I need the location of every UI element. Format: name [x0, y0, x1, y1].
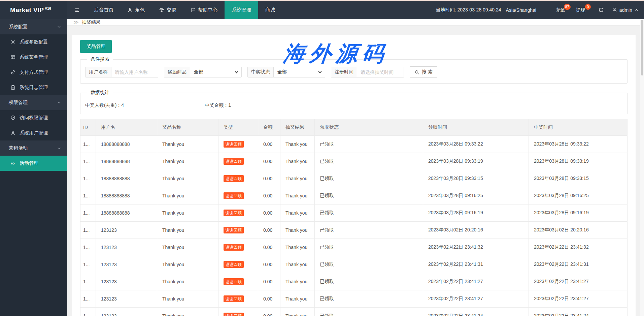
cell-win_time: 2023年03月28日 09:33:19: [529, 153, 628, 170]
time-filter-label: 注册时间: [331, 67, 357, 77]
cell-result: Thank you: [280, 308, 315, 316]
type-badge: 谢谢回顾: [224, 227, 244, 233]
cell-claim_status: 已领取: [315, 187, 423, 204]
withdraw-button[interactable]: 提现 0: [571, 7, 591, 13]
cell-win_time: 2023年03月28日 09:33:15: [529, 170, 628, 187]
stats-fieldset: 数据统计 中奖人数(去重)：4 中奖金额：1: [80, 90, 628, 114]
cell-claim_time: 2023年03月28日 09:33:22: [423, 136, 529, 153]
cell-claim_status: 已领取: [315, 256, 423, 273]
cell-claim_time: 2023年02月22日 23:41:27: [423, 273, 529, 290]
cell-id: 1...: [80, 153, 96, 170]
chevron-down-icon: [57, 25, 61, 29]
table-row: 1...123123Thank you谢谢回顾0.00Thank you已领取2…: [80, 239, 628, 256]
refresh-button[interactable]: [598, 7, 604, 13]
table-row: 1...18888888888Thank you谢谢回顾0.00Thank yo…: [80, 170, 628, 187]
sidebar-item-label: 系统参数配置: [20, 39, 48, 45]
shield-icon: [10, 115, 15, 120]
sidebar-item-system-users[interactable]: 系统用户管理: [0, 125, 67, 140]
prize-management-button[interactable]: 奖品管理: [80, 40, 112, 53]
sidebar-group-permissions[interactable]: 权限管理: [0, 95, 67, 110]
scales-icon: [159, 7, 164, 12]
nav-item-system-management[interactable]: 系统管理: [225, 1, 258, 19]
cell-username: 18888888888: [96, 204, 157, 222]
cell-win_time: 2023年03月28日 09:33:22: [529, 136, 628, 153]
prize-filter: 奖励商品 全部: [164, 67, 242, 77]
status-select-value: 全部: [277, 69, 287, 75]
clipboard-icon: [10, 85, 15, 90]
col-header-amount: 金额: [258, 119, 280, 136]
cell-type: 谢谢回顾: [218, 273, 258, 290]
draw-time-input[interactable]: [357, 67, 404, 77]
refresh-icon: [598, 7, 604, 13]
sidebar-item-system-menu[interactable]: 系统菜单管理: [0, 50, 67, 65]
table-row: 1...18888888888Thank you谢谢回顾0.00Thank yo…: [80, 136, 628, 153]
link-icon: [10, 70, 15, 75]
recharge-button[interactable]: 充值 87: [550, 7, 571, 13]
cell-prize: Thank you: [157, 204, 218, 222]
type-badge: 谢谢回顾: [224, 210, 244, 216]
local-time: 当地时间: 2023-03-28 09:40:24: [436, 7, 501, 13]
nav-item-help-center[interactable]: 帮助中心: [183, 1, 225, 19]
sidebar-group-marketing[interactable]: 营销活动: [0, 140, 67, 156]
search-legend: 条件搜索: [87, 56, 113, 62]
filter-row: 用户名称 奖励商品 全部 中奖状态: [85, 66, 622, 78]
nav-item-label: 后台首页: [94, 7, 113, 13]
nav-item-label: 帮助中心: [198, 7, 217, 13]
status-select[interactable]: 全部: [274, 67, 325, 77]
cell-claim_status: 已领取: [315, 290, 423, 308]
cell-username: 123123: [96, 239, 157, 256]
admin-menu[interactable]: admin: [610, 7, 639, 13]
grid-icon: [10, 55, 15, 60]
cell-id: 1...: [80, 308, 96, 316]
cell-result: Thank you: [280, 170, 315, 187]
cell-win_time: 2023年03月28日 09:16:19: [529, 204, 628, 222]
cell-amount: 0.00: [258, 273, 280, 290]
user-icon: [128, 7, 133, 12]
type-badge: 谢谢回顾: [224, 244, 244, 251]
cell-result: Thank you: [280, 204, 315, 222]
flag-icon: [191, 7, 196, 12]
withdraw-badge: 0: [585, 4, 591, 10]
page-scrollbar[interactable]: [640, 19, 644, 316]
scrollbar-thumb[interactable]: [641, 20, 643, 75]
cell-username: 123123: [96, 308, 157, 316]
timezone: Asia/Shanghai: [506, 7, 536, 13]
type-badge: 谢谢回顾: [224, 261, 244, 268]
app-logo[interactable]: Market VIP V16: [0, 1, 67, 19]
nav-item-label: 交易: [167, 7, 176, 13]
nav-item-mall[interactable]: 商城: [258, 1, 282, 19]
username-input[interactable]: [111, 67, 158, 77]
table-row: 1...123123Thank you谢谢回顾0.00Thank you已领取2…: [80, 222, 628, 239]
nav-item-roles[interactable]: 角色: [121, 1, 152, 19]
search-button[interactable]: 搜 索: [410, 66, 437, 78]
cell-prize: Thank you: [157, 239, 218, 256]
type-badge: 谢谢回顾: [224, 295, 244, 302]
cell-result: Thank you: [280, 273, 315, 290]
app-version: V16: [45, 7, 51, 10]
nav-item-menu-toggle[interactable]: [67, 1, 87, 19]
time-filter: 注册时间: [331, 67, 404, 77]
withdraw-label: 提现: [576, 7, 585, 12]
infinity-icon: ∞: [10, 161, 15, 166]
type-badge: 谢谢回顾: [224, 278, 244, 285]
col-header-result: 抽奖结果: [280, 119, 315, 136]
cell-amount: 0.00: [258, 308, 280, 316]
type-badge: 谢谢回顾: [224, 141, 244, 148]
cell-type: 谢谢回顾: [218, 187, 258, 204]
sidebar-item-access-permissions[interactable]: 访问权限管理: [0, 110, 67, 125]
nav-item-home[interactable]: 后台首页: [87, 1, 121, 19]
chevron-down-icon: [57, 100, 61, 105]
prize-select[interactable]: 全部: [190, 67, 241, 77]
sidebar-item-system-params[interactable]: 系统参数配置: [0, 34, 67, 50]
sidebar-group-system-config[interactable]: 系统配置: [0, 19, 67, 34]
cell-id: 1...: [80, 187, 96, 204]
sidebar-item-activity-management[interactable]: ∞活动管理: [0, 156, 67, 171]
amount-label: 中奖金额：: [205, 102, 228, 108]
hamburger-icon: [74, 7, 80, 13]
type-badge: 谢谢回顾: [224, 313, 244, 316]
nav-item-trade[interactable]: 交易: [152, 1, 183, 19]
cell-result: Thank you: [280, 222, 315, 239]
page-title: 抽奖结果: [82, 19, 101, 25]
sidebar-item-system-logs[interactable]: 系统日志管理: [0, 80, 67, 95]
sidebar-item-payment-methods[interactable]: 支付方式管理: [0, 65, 67, 80]
